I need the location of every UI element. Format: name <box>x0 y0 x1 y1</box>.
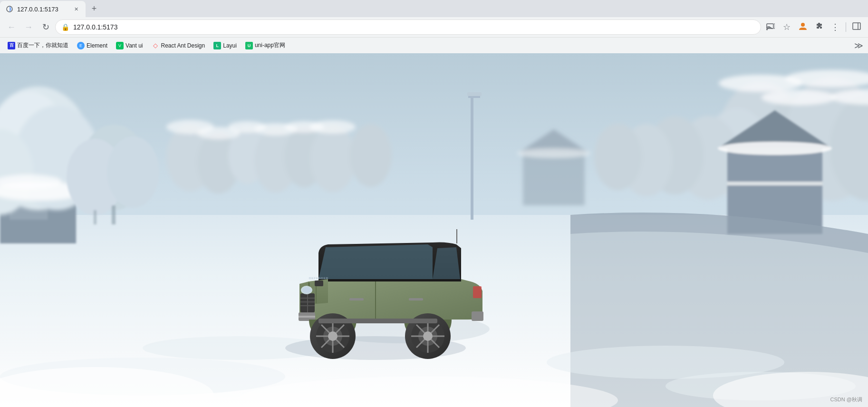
bookmark-item-element[interactable]: E Element <box>73 40 111 51</box>
refresh-icon: ↻ <box>42 22 49 32</box>
svg-rect-58 <box>471 96 473 220</box>
svg-rect-99 <box>315 281 323 286</box>
svg-rect-81 <box>299 316 315 318</box>
watermark: CSDN @秋调 <box>830 396 862 403</box>
svg-point-79 <box>302 287 311 293</box>
profile-button[interactable] <box>795 19 810 35</box>
svg-point-31 <box>350 124 392 187</box>
layui-label: Layui <box>223 42 237 49</box>
address-bar[interactable]: 🔒 127.0.0.1:5173 <box>55 19 761 35</box>
svg-rect-103 <box>472 311 483 321</box>
toolbar-divider <box>846 22 846 32</box>
svg-point-53 <box>718 142 832 155</box>
toolbar: ← → ↻ 🔒 127.0.0.1:5173 <box>0 17 868 37</box>
bookmark-item-vant[interactable]: V Vant ui <box>112 40 146 51</box>
bookmark-item-react-ant[interactable]: ◇ React Ant Design <box>148 40 209 51</box>
forward-button[interactable]: → <box>21 19 36 35</box>
tab-bar: 127.0.0.1:5173 ✕ + <box>0 0 868 17</box>
svg-rect-54 <box>727 182 822 185</box>
baidu-favicon: 百 <box>8 42 15 49</box>
tab-title: 127.0.0.1:5173 <box>17 6 68 13</box>
page-content: DEFENDER CSDN @秋调 <box>0 53 868 407</box>
back-button[interactable]: ← <box>4 19 19 35</box>
svg-point-97 <box>423 331 433 341</box>
react-ant-label: React Ant Design <box>161 42 205 49</box>
bookmark-manager-icon: ≫ <box>854 40 863 51</box>
uniapp-favicon: U <box>245 42 253 49</box>
svg-point-57 <box>517 148 590 158</box>
svg-rect-60 <box>467 92 482 96</box>
svg-point-30 <box>310 126 356 192</box>
side-panel-icon <box>852 22 861 33</box>
toolbar-right: ☆ ⋮ <box>763 19 864 35</box>
svg-text:DEFENDER: DEFENDER <box>309 277 328 280</box>
extension-icon <box>815 22 823 33</box>
svg-rect-23 <box>112 205 116 224</box>
svg-rect-55 <box>523 153 585 205</box>
tab-close-button[interactable]: ✕ <box>72 5 80 13</box>
browser-chrome: 127.0.0.1:5173 ✕ + ← → ↻ 🔒 127.0.0.1:517… <box>0 0 868 53</box>
svg-rect-101 <box>409 298 423 300</box>
bookmark-button[interactable]: ☆ <box>779 19 794 35</box>
new-tab-button[interactable]: + <box>87 2 101 15</box>
svg-point-37 <box>310 120 356 134</box>
extension-button[interactable] <box>811 19 827 35</box>
bookmarks-bar: 百 百度一下，你就知道 E Element V Vant ui ◇ React … <box>0 37 868 53</box>
tab-favicon <box>6 5 13 13</box>
cast-icon <box>766 22 775 33</box>
svg-rect-105 <box>456 229 457 243</box>
bookmark-manager-button[interactable]: ≫ <box>853 40 864 51</box>
svg-point-89 <box>328 331 338 341</box>
svg-point-2 <box>766 29 768 30</box>
bookmark-item-layui[interactable]: L Layui <box>210 40 241 51</box>
scene-svg: DEFENDER <box>0 53 868 407</box>
bookmark-item-baidu[interactable]: 百 百度一下，你就知道 <box>4 39 72 51</box>
back-icon: ← <box>7 22 16 32</box>
profile-icon <box>798 21 808 33</box>
forward-icon: → <box>24 22 33 32</box>
svg-rect-98 <box>318 319 437 323</box>
react-ant-favicon: ◇ <box>152 42 159 49</box>
snow-scene: DEFENDER CSDN @秋调 <box>0 53 868 407</box>
menu-icon: ⋮ <box>831 22 839 32</box>
layui-favicon: L <box>213 42 221 49</box>
active-tab[interactable]: 127.0.0.1:5173 ✕ <box>0 1 86 17</box>
element-label: Element <box>87 42 107 49</box>
svg-rect-102 <box>473 286 482 298</box>
svg-rect-4 <box>853 23 860 29</box>
svg-rect-100 <box>349 298 364 300</box>
bookmarks-right: ≫ <box>853 40 864 51</box>
menu-button[interactable]: ⋮ <box>828 19 843 35</box>
svg-point-46 <box>594 124 642 190</box>
baidu-label: 百度一下，你就知道 <box>17 41 68 49</box>
star-icon: ☆ <box>783 22 791 32</box>
vant-label: Vant ui <box>125 42 143 49</box>
side-panel-button[interactable] <box>849 19 864 35</box>
svg-point-48 <box>762 90 836 105</box>
svg-point-22 <box>107 136 159 208</box>
lock-icon: 🔒 <box>61 23 69 31</box>
element-favicon: E <box>77 42 85 49</box>
cast-button[interactable] <box>763 19 778 35</box>
svg-point-3 <box>801 23 805 27</box>
refresh-button[interactable]: ↻ <box>38 19 53 35</box>
uniapp-label: uni-app官网 <box>255 41 285 49</box>
svg-rect-24 <box>94 210 96 224</box>
vant-favicon: V <box>116 42 124 49</box>
url-text: 127.0.0.1:5173 <box>73 23 755 31</box>
bookmark-item-uniapp[interactable]: U uni-app官网 <box>241 39 289 51</box>
